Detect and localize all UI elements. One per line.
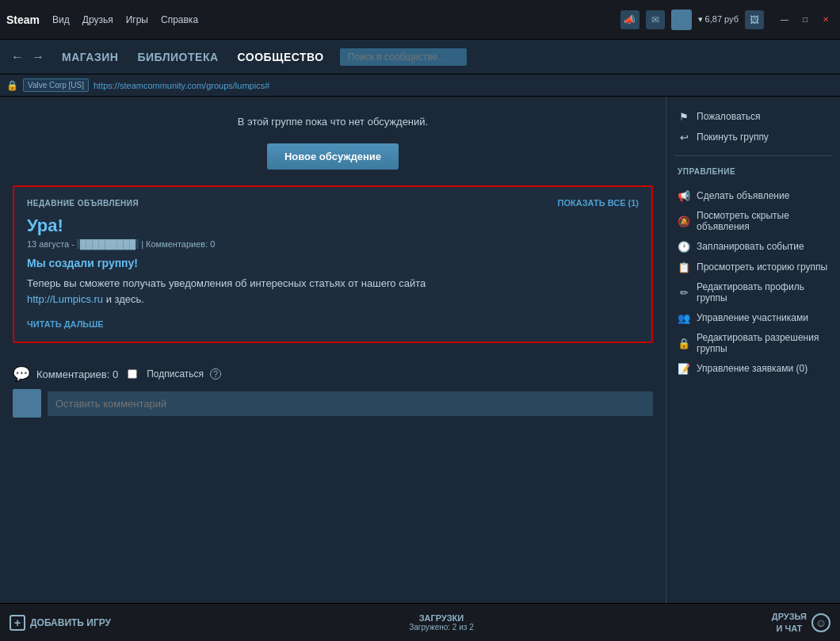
close-button[interactable]: ✕: [818, 13, 834, 26]
announcements-header: НЕДАВНИЕ ОБЪЯВЛЕНИЯ ПОКАЗАТЬ ВСЕ (1): [27, 198, 639, 208]
members-icon: 👥: [678, 311, 690, 324]
downloads-status: Загружено: 2 из 2: [409, 623, 474, 631]
window-controls: — □ ✕: [777, 13, 834, 26]
report-action[interactable]: ⚑ Пожаловаться: [674, 106, 832, 127]
comment-input[interactable]: [48, 391, 653, 416]
report-label: Пожаловаться: [697, 111, 761, 122]
history-icon: 📋: [678, 261, 690, 273]
manage-members-label: Управление участниками: [697, 312, 808, 323]
minimize-button[interactable]: —: [777, 13, 792, 26]
forward-arrow[interactable]: →: [30, 50, 46, 64]
subscribe-label: Подписаться: [147, 368, 204, 380]
make-announcement-label: Сделать объявление: [697, 190, 789, 201]
management-section-title: УПРАВЛЕНИЕ: [674, 164, 832, 179]
edit-permissions-action[interactable]: 🔒 Редактировать разрешения группы: [674, 328, 832, 358]
announcements-box: НЕДАВНИЕ ОБЪЯВЛЕНИЯ ПОКАЗАТЬ ВСЕ (1) Ура…: [13, 185, 653, 343]
sidebar-divider-1: [674, 155, 832, 156]
center-content: В этой группе пока что нет обсуждений. Н…: [0, 97, 666, 603]
report-icon: ⚑: [678, 110, 690, 123]
bottom-bar: + ДОБАВИТЬ ИГРУ ЗАГРУЗКИ Загружено: 2 из…: [0, 603, 840, 641]
hidden-icon: 🔕: [678, 215, 690, 227]
back-arrow[interactable]: ←: [10, 50, 25, 64]
announcement-date: 13 августа -: [27, 239, 77, 249]
downloads-label: ЗАГРУЗКИ: [419, 613, 464, 623]
nav-community[interactable]: СООБЩЕСТВО: [238, 51, 324, 63]
group-history-action[interactable]: 📋 Просмотреть историю группы: [674, 257, 832, 277]
address-bar: 🔒 Valve Corp [US] https://steamcommunity…: [0, 74, 840, 97]
address-url[interactable]: https://steamcommunity.com/groups/lumpic…: [94, 81, 269, 90]
menu-help[interactable]: Справка: [161, 14, 198, 25]
friends-chat-button[interactable]: ДРУЗЬЯ И ЧАТ ☺: [772, 611, 830, 634]
edit-profile-action[interactable]: ✏ Редактировать профиль группы: [674, 277, 832, 307]
announcements-label: НЕДАВНИЕ ОБЪЯВЛЕНИЯ: [27, 199, 139, 208]
add-game-icon: +: [10, 615, 25, 631]
downloads-section[interactable]: ЗАГРУЗКИ Загружено: 2 из 2: [111, 613, 772, 631]
nav-arrows: ← →: [10, 50, 46, 64]
menu-vid[interactable]: Вид: [52, 14, 70, 25]
group-history-label: Просмотреть историю группы: [697, 261, 827, 273]
menu-bar: Вид Друзья Игры Справка: [52, 14, 620, 25]
menu-games[interactable]: Игры: [126, 14, 148, 25]
schedule-icon: 🕐: [678, 240, 690, 253]
manage-members-action[interactable]: 👥 Управление участниками: [674, 307, 832, 328]
subscribe-checkbox[interactable]: [128, 369, 137, 379]
add-game-label: ДОБАВИТЬ ИГРУ: [30, 617, 111, 628]
announcement-link[interactable]: http://Lumpics.ru: [27, 293, 103, 305]
edit-permissions-label: Редактировать разрешения группы: [697, 332, 829, 354]
nav-library[interactable]: БИБЛИОТЕКА: [137, 51, 218, 63]
edit-profile-label: Редактировать профиль группы: [697, 281, 829, 303]
announcement-meta: 13 августа - █████████ | Комментариев: 0: [27, 239, 639, 249]
manage-applications-action[interactable]: 📝 Управление заявками (0): [674, 358, 832, 379]
maximize-button[interactable]: □: [797, 13, 813, 26]
title-bar-right: 📣 ✉ ▾ 6,87 руб 🖼 — □ ✕: [620, 10, 834, 30]
notification-icon[interactable]: 📣: [620, 10, 640, 29]
manage-applications-label: Управление заявками (0): [697, 363, 808, 374]
hidden-announcements-action[interactable]: 🔕 Посмотреть скрытые объявления: [674, 206, 832, 236]
nav-bar: ← → МАГАЗИН БИБЛИОТЕКА СООБЩЕСТВО: [0, 40, 840, 74]
comments-section: 💬 Комментариев: 0 Подписаться ?: [13, 356, 653, 383]
new-discussion-button[interactable]: Новое обсуждение: [267, 143, 399, 170]
main-content: В этой группе пока что нет обсуждений. Н…: [0, 97, 840, 603]
comments-icon: 💬: [13, 365, 30, 383]
title-bar: Steam Вид Друзья Игры Справка 📣 ✉ ▾ 6,87…: [0, 0, 840, 40]
leave-icon: ↩: [678, 131, 690, 143]
valve-badge: Valve Corp [US]: [23, 78, 89, 92]
applications-icon: 📝: [678, 362, 690, 375]
user-avatar[interactable]: [671, 10, 692, 30]
comment-input-area: [13, 389, 653, 418]
make-announcement-action[interactable]: 📢 Сделать объявление: [674, 185, 832, 206]
announcement-comments: | Комментариев: 0: [139, 239, 215, 249]
menu-friends[interactable]: Друзья: [82, 14, 113, 25]
announcement-subtitle[interactable]: Мы создали группу!: [27, 257, 639, 269]
right-sidebar: ⚑ Пожаловаться ↩ Покинуть группу УПРАВЛЕ…: [666, 97, 840, 603]
friends-chat-icon: ☺: [811, 613, 830, 632]
show-all-link[interactable]: ПОКАЗАТЬ ВСЕ (1): [558, 198, 639, 208]
permissions-icon: 🔒: [678, 337, 690, 349]
nav-store[interactable]: МАГАЗИН: [62, 51, 118, 63]
lock-icon: 🔒: [6, 80, 18, 91]
announcement-body-text: Теперь вы сможете получать уведомления о…: [27, 277, 426, 289]
edit-icon: ✏: [678, 286, 690, 299]
search-input[interactable]: [340, 48, 467, 66]
read-more-link[interactable]: ЧИТАТЬ ДАЛЬШЕ: [27, 319, 104, 329]
nav-links: МАГАЗИН БИБЛИОТЕКА СООБЩЕСТВО: [62, 51, 324, 63]
app-logo: Steam: [6, 13, 40, 26]
hidden-announcements-label: Посмотреть скрытые объявления: [697, 210, 829, 232]
message-icon[interactable]: ✉: [646, 10, 665, 29]
announce-icon: 📢: [678, 189, 690, 202]
friends-chat-label: ДРУЗЬЯ И ЧАТ: [772, 611, 807, 634]
screenshot-icon[interactable]: 🖼: [745, 10, 764, 29]
leave-label: Покинуть группу: [697, 132, 769, 143]
leave-group-action[interactable]: ↩ Покинуть группу: [674, 127, 832, 147]
schedule-event-label: Запланировать событие: [697, 241, 804, 252]
announcement-title[interactable]: Ура!: [27, 216, 639, 236]
announcement-author: █████████: [77, 239, 139, 249]
announcement-body-text2: и здесь.: [103, 293, 144, 305]
subscribe-help-icon[interactable]: ?: [210, 368, 221, 380]
balance-display[interactable]: ▾ 6,87 руб: [698, 14, 739, 25]
add-game-button[interactable]: + ДОБАВИТЬ ИГРУ: [10, 615, 111, 631]
commenter-avatar: [13, 389, 41, 418]
schedule-event-action[interactable]: 🕐 Запланировать событие: [674, 236, 832, 257]
no-discussions-text: В этой группе пока что нет обсуждений.: [13, 109, 653, 134]
announcement-body: Теперь вы сможете получать уведомления о…: [27, 276, 639, 307]
